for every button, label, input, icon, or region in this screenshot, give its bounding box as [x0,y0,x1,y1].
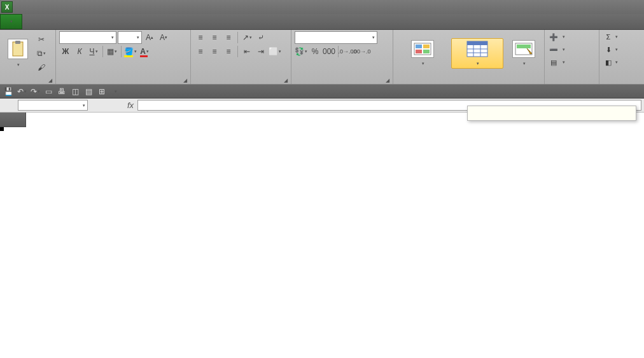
format-painter-button[interactable]: 🖌 [35,61,48,74]
format-icon: ▤ [549,58,558,67]
align-top-button[interactable]: ≡ [194,31,207,44]
qat-btn7[interactable]: ▤ [83,86,94,97]
align-middle-button[interactable]: ≡ [208,31,221,44]
select-all-corner[interactable] [0,113,25,127]
super-tooltip [467,106,636,121]
delete-icon: ➖ [549,45,558,54]
bold-button[interactable]: Ж [59,45,72,58]
increase-indent-button[interactable]: ⇥ [255,45,267,58]
file-tab[interactable]: ▾ [0,14,22,29]
font-launcher[interactable]: ◢ [182,78,188,84]
comma-button[interactable]: 000 [323,45,335,58]
font-color-button[interactable]: A▾ [138,45,151,58]
cell-styles-button[interactable]: ▾ [506,39,542,68]
font-name-combo[interactable]: ▾ [59,31,116,44]
align-right-button[interactable]: ≡ [222,45,235,58]
group-editing: Σ▾ ⬇▾ ◧▾ [599,30,625,84]
align-center-button[interactable]: ≡ [208,45,221,58]
title-bar: X [0,0,644,14]
borders-button[interactable]: ▦▾ [106,45,118,58]
group-number: ▾ 💱▾ % 000 .0→.00 .00→.0 ◢ [291,30,393,84]
decrease-indent-button[interactable]: ⇤ [241,45,253,58]
clear-button[interactable]: ◧▾ [603,57,619,68]
format-as-table-icon [466,40,489,58]
svg-rect-1 [15,41,20,44]
format-cells-button[interactable]: ▤▾ [548,57,566,68]
qat-undo-button[interactable]: ↶▾ [16,86,27,97]
autosum-button[interactable]: Σ▾ [603,31,619,43]
decrease-font-button[interactable]: A▾ [157,31,170,44]
increase-font-button[interactable]: A▴ [143,31,156,44]
italic-button[interactable]: К [73,45,86,58]
fill-down-icon: ⬇ [604,45,613,54]
svg-rect-4 [423,45,430,48]
insert-cells-button[interactable]: ➕▾ [548,31,566,43]
excel-logo-icon: X [1,1,13,13]
cell-styles-icon [512,40,535,58]
qat-btn8[interactable]: ⊞ [96,86,108,97]
svg-rect-8 [467,41,487,45]
ribbon: ▾ ✂ ⧉▾ 🖌 ◢ ▾ ▾ A▴ A▾ Ж К Ч▾ ▦▾ [0,30,644,85]
fill-color-button[interactable]: 🪣▾ [124,45,137,58]
sigma-icon: Σ [604,32,613,41]
svg-rect-5 [416,50,422,53]
svg-rect-14 [517,45,531,48]
name-box[interactable]: ▾ [18,100,88,111]
clipboard-icon [8,39,28,59]
fill-button[interactable]: ⬇▾ [603,44,619,55]
number-launcher[interactable]: ◢ [384,78,391,84]
fx-label: fx [88,99,137,112]
group-cells: ➕▾ ➖▾ ▤▾ [545,30,599,84]
insert-icon: ➕ [549,32,558,41]
group-font: ▾ ▾ A▴ A▾ Ж К Ч▾ ▦▾ 🪣▾ A▾ ◢ [56,30,191,84]
qat-btn6[interactable]: ◫ [69,86,81,97]
accounting-format-button[interactable]: 💱▾ [295,45,307,58]
group-alignment: ≡ ≡ ≡ ↗▾ ⤶ ≡ ≡ ≡ ⇤ ⇥ ⬜▾ ◢ [191,30,291,84]
conditional-formatting-icon [411,40,434,58]
group-clipboard: ▾ ✂ ⧉▾ 🖌 ◢ [0,30,56,84]
eraser-icon: ◧ [604,58,613,67]
delete-cells-button[interactable]: ➖▾ [548,44,566,55]
wrap-text-button[interactable]: ⤶ [255,31,267,44]
svg-rect-0 [13,42,23,56]
paste-button[interactable]: ▾ [3,38,32,69]
underline-button[interactable]: Ч▾ [87,45,100,58]
decrease-decimal-button[interactable]: .00→.0 [355,45,368,58]
qat-redo-button[interactable]: ↷▾ [29,86,41,97]
merge-button[interactable]: ⬜▾ [269,45,281,58]
quick-access-toolbar: 💾 ↶▾ ↷▾ ▭ 🖶 ◫ ▤ ⊞ ▾ [0,85,644,99]
copy-button[interactable]: ⧉▾ [35,47,48,60]
clipboard-launcher[interactable]: ◢ [47,78,53,84]
cut-button[interactable]: ✂ [35,33,48,46]
fill-handle[interactable] [0,127,4,131]
font-size-combo[interactable]: ▾ [118,31,142,44]
orientation-button[interactable]: ↗▾ [241,31,253,44]
qat-save-button[interactable]: 💾 [3,86,14,97]
qat-btn4[interactable]: ▭ [43,86,54,97]
fx-icon[interactable]: fx [127,100,134,110]
svg-rect-3 [416,45,422,48]
qat-customize[interactable]: ▾ [109,86,121,97]
alignment-launcher[interactable]: ◢ [283,78,289,84]
align-bottom-button[interactable]: ≡ [222,31,235,44]
align-left-button[interactable]: ≡ [194,45,207,58]
number-format-combo[interactable]: ▾ [295,31,377,44]
format-as-table-button[interactable]: ▾ [451,38,503,69]
ribbon-tabs: ▾ [0,14,644,30]
conditional-formatting-button[interactable]: ▾ [396,39,449,68]
qat-btn5[interactable]: 🖶 [56,86,67,97]
svg-rect-6 [423,50,430,53]
group-styles: ▾ ▾ ▾ [393,30,545,84]
percent-button[interactable]: % [309,45,321,58]
